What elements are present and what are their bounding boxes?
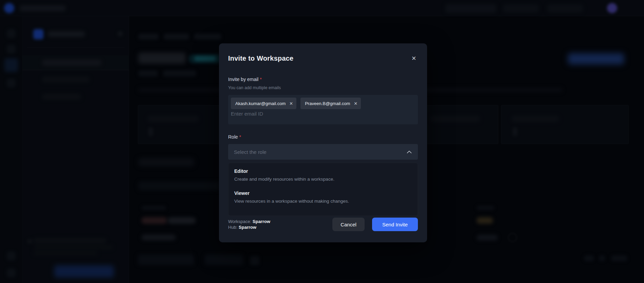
workspace-value: Sparrow <box>253 219 270 224</box>
workspace-context: Workspace: Sparrow Hub: Sparrow <box>228 219 270 230</box>
email-chip-text: Akash.kumar@gmail.com <box>235 101 286 106</box>
cancel-button[interactable]: Cancel <box>332 218 365 231</box>
role-option-description: Create and modify resources within a wor… <box>234 177 412 182</box>
close-icon[interactable]: ✕ <box>409 54 419 64</box>
role-field-label: Role* <box>228 134 241 140</box>
modal-footer: Workspace: Sparrow Hub: Sparrow Cancel S… <box>228 218 418 231</box>
chip-remove-icon[interactable]: ✕ <box>289 101 293 106</box>
role-select[interactable]: Select the role <box>228 144 418 160</box>
email-input-container[interactable]: Akash.kumar@gmail.com ✕ Praveen.B@gmail.… <box>228 95 418 124</box>
required-asterisk: * <box>239 134 241 140</box>
email-chip: Akash.kumar@gmail.com ✕ <box>231 98 296 109</box>
email-field-helper: You can add multiple emails <box>228 85 281 90</box>
invite-to-workspace-modal: Invite to Workspace ✕ Invite by email* Y… <box>219 43 427 242</box>
role-dropdown-panel: Editor Create and modify resources withi… <box>228 163 418 216</box>
app-screen: Invite to Workspace ✕ Invite by email* Y… <box>0 0 644 283</box>
hub-label: Hub: <box>228 225 237 230</box>
role-option-editor[interactable]: Editor Create and modify resources withi… <box>234 168 412 186</box>
required-asterisk: * <box>260 77 261 82</box>
role-option-name: Viewer <box>234 190 412 196</box>
email-chip: Praveen.B@gmail.com ✕ <box>300 98 361 109</box>
email-input[interactable] <box>231 111 415 117</box>
role-option-description: View resources in a workspace without ma… <box>234 199 412 204</box>
email-chip-list: Akash.kumar@gmail.com ✕ Praveen.B@gmail.… <box>231 98 415 109</box>
email-field-label-text: Invite by email <box>228 77 258 82</box>
send-invite-button[interactable]: Send Invite <box>372 218 418 231</box>
role-option-viewer[interactable]: Viewer View resources in a workspace wit… <box>234 186 412 208</box>
hub-value: Sparrow <box>239 225 256 230</box>
email-chip-text: Praveen.B@gmail.com <box>305 101 350 106</box>
role-option-name: Editor <box>234 168 412 174</box>
role-select-placeholder: Select the role <box>234 149 266 155</box>
chevron-up-icon <box>407 150 412 154</box>
chip-remove-icon[interactable]: ✕ <box>354 101 357 106</box>
role-field-label-text: Role <box>228 134 238 140</box>
email-field-label: Invite by email* <box>228 77 262 82</box>
workspace-label: Workspace: <box>228 219 251 224</box>
modal-title: Invite to Workspace <box>228 55 293 62</box>
